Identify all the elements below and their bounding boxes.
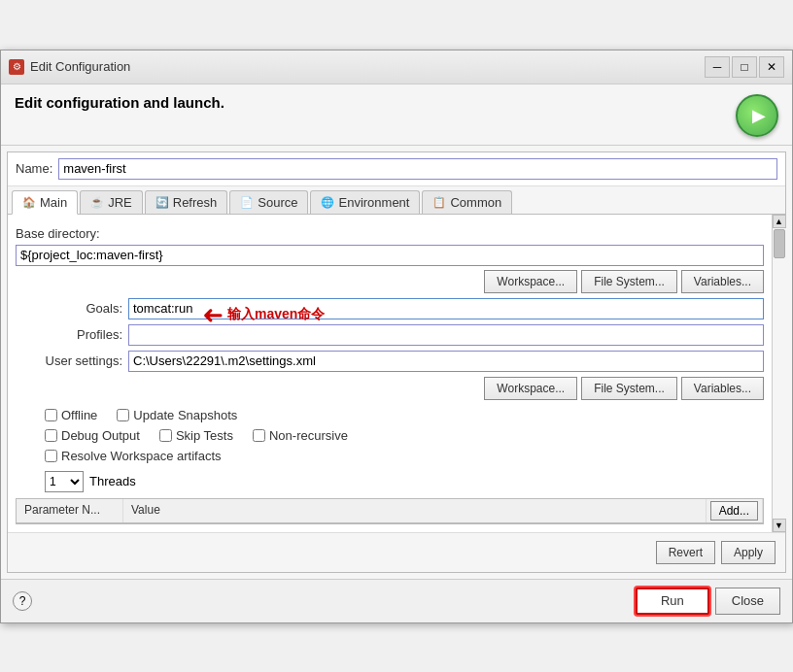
skip-tests-checkbox[interactable] [159,429,172,442]
title-bar: ⚙ Edit Configuration ─ □ ✕ [1,50,792,84]
workspace-button-2[interactable]: Workspace... [484,377,577,400]
profiles-label: Profiles: [16,327,122,342]
goals-label: Goals: [16,301,122,316]
title-controls: ─ □ ✕ [705,56,784,78]
source-tab-icon: 📄 [240,196,254,209]
play-button[interactable] [736,94,778,137]
revert-button[interactable]: Revert [656,541,715,564]
tab-jre-label: JRE [108,195,132,210]
scrollbar: ▲ ▼ [772,215,785,532]
run-button[interactable]: Run [636,588,709,615]
close-bottom-button[interactable]: Close [715,588,780,615]
non-recursive-checkbox[interactable] [253,429,265,442]
parameters-table: Parameter N... Value Add... [16,498,764,524]
window-icon: ⚙ [9,59,24,75]
header-title: Edit configuration and launch. [15,94,224,111]
goals-row: Goals: [16,298,764,319]
offline-checkbox[interactable] [45,409,57,421]
maximize-button[interactable]: □ [732,56,757,78]
checkbox-row-3: Resolve Workspace artifacts [45,449,764,463]
common-tab-icon: 📋 [432,196,446,209]
resolve-workspace-label: Resolve Workspace artifacts [61,449,222,463]
help-button[interactable]: ? [13,591,32,611]
non-recursive-label: Non-recursive [269,428,348,443]
base-directory-input[interactable] [16,245,764,266]
name-row: Name: [8,152,785,186]
main-content-panel: Name: 🏠 Main ☕ JRE 🔄 Refresh 📄 Source � [7,151,786,573]
debug-output-checkbox-label[interactable]: Debug Output [45,428,140,443]
workspace-button-1[interactable]: Workspace... [484,270,577,293]
user-settings-row: User settings: [16,351,764,372]
tab-environment[interactable]: 🌐 Environment [310,190,420,214]
skip-tests-label: Skip Tests [176,428,233,443]
goals-input[interactable] [128,298,764,319]
threads-row: 1 2 4 Threads [45,471,764,492]
tabs-bar: 🏠 Main ☕ JRE 🔄 Refresh 📄 Source 🌐 Enviro… [8,186,785,215]
debug-output-checkbox[interactable] [45,429,57,442]
environment-tab-icon: 🌐 [321,196,334,209]
scroll-track [773,228,786,519]
user-settings-label: User settings: [16,353,122,368]
value-column-header: Value [123,499,707,522]
variables-button-2[interactable]: Variables... [681,377,764,400]
add-col: Add... [707,499,763,522]
name-input[interactable] [58,158,777,180]
non-recursive-checkbox-label[interactable]: Non-recursive [253,428,348,443]
minimize-button[interactable]: ─ [705,56,730,78]
run-close-row: ? Run Close [1,579,792,622]
update-snapshots-label: Update Snapshots [133,408,237,422]
base-directory-label: Base directory: [16,226,764,241]
base-directory-buttons: Workspace... File System... Variables... [16,270,764,293]
user-settings-input[interactable] [128,351,764,372]
file-system-button-2[interactable]: File System... [581,377,677,400]
resolve-workspace-checkbox-label[interactable]: Resolve Workspace artifacts [45,449,222,463]
add-button[interactable]: Add... [710,501,758,521]
main-tab-content: Base directory: Workspace... File System… [8,215,772,532]
offline-label: Offline [61,408,97,422]
header-area: Edit configuration and launch. [1,84,792,146]
checkboxes-section: Offline Update Snapshots Debug Output [45,408,764,463]
param-column-header: Parameter N... [17,499,123,522]
resolve-workspace-checkbox[interactable] [45,450,57,462]
tab-common-label: Common [450,195,501,210]
edit-configuration-window: ⚙ Edit Configuration ─ □ ✕ Edit configur… [0,50,793,623]
file-system-button-1[interactable]: File System... [581,270,677,293]
checkbox-row-1: Offline Update Snapshots [45,408,764,422]
run-close-buttons: Run Close [636,588,780,615]
variables-button-1[interactable]: Variables... [681,270,764,293]
scroll-up-arrow[interactable]: ▲ [773,215,786,228]
user-settings-buttons: Workspace... File System... Variables... [16,377,764,400]
refresh-tab-icon: 🔄 [155,196,169,209]
tab-source-label: Source [258,195,297,210]
tab-common[interactable]: 📋 Common [422,190,512,214]
tab-main[interactable]: 🏠 Main [12,190,78,215]
threads-label: Threads [89,474,136,488]
checkbox-row-2: Debug Output Skip Tests Non-recursive [45,428,764,443]
window-title: Edit Configuration [30,59,130,74]
update-snapshots-checkbox-label[interactable]: Update Snapshots [117,408,237,422]
offline-checkbox-label[interactable]: Offline [45,408,97,422]
jre-tab-icon: ☕ [90,196,104,209]
revert-apply-row: Revert Apply [8,532,785,572]
tab-jre[interactable]: ☕ JRE [80,190,143,214]
table-header: Parameter N... Value Add... [17,499,763,523]
update-snapshots-checkbox[interactable] [117,409,129,421]
scroll-content: Base directory: Workspace... File System… [8,215,772,532]
threads-select[interactable]: 1 2 4 [45,471,84,492]
profiles-row: Profiles: [16,324,764,346]
tab-refresh-label: Refresh [173,195,218,210]
profiles-input[interactable] [128,324,764,346]
title-bar-left: ⚙ Edit Configuration [9,59,130,75]
name-label: Name: [16,161,52,176]
main-tab-icon: 🏠 [22,196,36,209]
tab-main-label: Main [40,195,67,210]
tab-source[interactable]: 📄 Source [229,190,308,214]
apply-button[interactable]: Apply [721,541,776,564]
scroll-down-arrow[interactable]: ▼ [773,519,786,532]
scrollable-area: Base directory: Workspace... File System… [8,215,785,532]
skip-tests-checkbox-label[interactable]: Skip Tests [159,428,233,443]
debug-output-label: Debug Output [61,428,140,443]
tab-refresh[interactable]: 🔄 Refresh [145,190,228,214]
scroll-thumb[interactable] [774,229,785,258]
close-button[interactable]: ✕ [759,56,784,78]
